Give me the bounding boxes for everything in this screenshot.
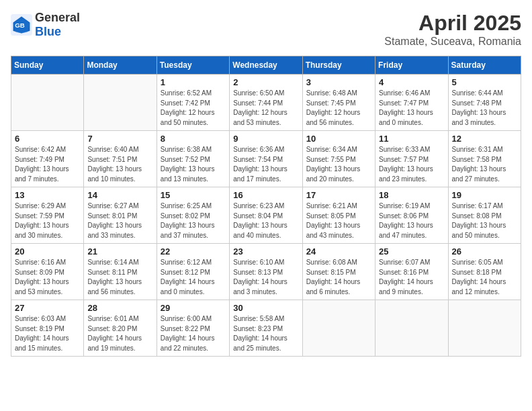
day-number: 23 xyxy=(233,246,298,257)
day-info: Sunrise: 6:42 AM Sunset: 7:49 PM Dayligh… xyxy=(15,145,80,184)
day-info: Sunrise: 6:48 AM Sunset: 7:45 PM Dayligh… xyxy=(306,89,371,128)
day-cell xyxy=(302,300,375,357)
day-number: 21 xyxy=(87,246,152,257)
day-number: 14 xyxy=(87,190,152,200)
weekday-tuesday: Tuesday xyxy=(157,56,229,75)
day-info: Sunrise: 6:23 AM Sunset: 8:04 PM Dayligh… xyxy=(233,201,298,240)
weekday-monday: Monday xyxy=(84,56,157,75)
day-number: 3 xyxy=(306,77,371,87)
day-cell: 18Sunrise: 6:19 AM Sunset: 8:06 PM Dayli… xyxy=(375,187,448,244)
day-info: Sunrise: 6:07 AM Sunset: 8:16 PM Dayligh… xyxy=(379,258,444,297)
day-number: 22 xyxy=(161,246,226,257)
logo-blue: Blue xyxy=(35,25,61,38)
day-number: 11 xyxy=(379,134,444,144)
day-cell: 6Sunrise: 6:42 AM Sunset: 7:49 PM Daylig… xyxy=(11,131,84,187)
day-cell: 29Sunrise: 6:00 AM Sunset: 8:22 PM Dayli… xyxy=(157,300,229,357)
title-area: April 2025 Stamate, Suceava, Romania xyxy=(384,11,521,48)
day-number: 9 xyxy=(233,134,298,144)
day-number: 17 xyxy=(306,190,371,200)
weekday-sunday: Sunday xyxy=(11,56,84,75)
day-info: Sunrise: 6:25 AM Sunset: 8:02 PM Dayligh… xyxy=(161,201,226,240)
day-number: 18 xyxy=(379,190,444,200)
day-cell: 26Sunrise: 6:05 AM Sunset: 8:18 PM Dayli… xyxy=(448,244,521,300)
day-number: 20 xyxy=(15,246,80,257)
day-number: 10 xyxy=(306,134,371,144)
day-number: 19 xyxy=(452,190,517,200)
day-number: 26 xyxy=(452,246,517,257)
day-cell xyxy=(448,300,521,357)
day-number: 25 xyxy=(379,246,444,257)
day-info: Sunrise: 6:34 AM Sunset: 7:55 PM Dayligh… xyxy=(306,145,371,184)
day-cell: 3Sunrise: 6:48 AM Sunset: 7:45 PM Daylig… xyxy=(302,75,375,131)
day-info: Sunrise: 6:17 AM Sunset: 8:08 PM Dayligh… xyxy=(452,201,517,240)
day-cell: 14Sunrise: 6:27 AM Sunset: 8:01 PM Dayli… xyxy=(84,187,157,244)
day-info: Sunrise: 6:12 AM Sunset: 8:12 PM Dayligh… xyxy=(161,258,226,297)
day-info: Sunrise: 6:50 AM Sunset: 7:44 PM Dayligh… xyxy=(233,89,298,128)
day-info: Sunrise: 6:29 AM Sunset: 7:59 PM Dayligh… xyxy=(15,201,80,240)
location-title: Stamate, Suceava, Romania xyxy=(384,36,521,48)
day-cell: 24Sunrise: 6:08 AM Sunset: 8:15 PM Dayli… xyxy=(302,244,375,300)
day-number: 24 xyxy=(306,246,371,257)
week-row-1: 1Sunrise: 6:52 AM Sunset: 7:42 PM Daylig… xyxy=(11,75,521,131)
calendar-body: 1Sunrise: 6:52 AM Sunset: 7:42 PM Daylig… xyxy=(11,75,521,357)
weekday-friday: Friday xyxy=(375,56,448,75)
logo: GB General Blue xyxy=(11,11,80,39)
day-number: 28 xyxy=(87,303,152,313)
day-cell: 10Sunrise: 6:34 AM Sunset: 7:55 PM Dayli… xyxy=(302,131,375,187)
day-number: 12 xyxy=(452,134,517,144)
day-info: Sunrise: 6:10 AM Sunset: 8:13 PM Dayligh… xyxy=(233,258,298,297)
week-row-3: 13Sunrise: 6:29 AM Sunset: 7:59 PM Dayli… xyxy=(11,187,521,244)
day-number: 15 xyxy=(161,190,226,200)
day-cell: 15Sunrise: 6:25 AM Sunset: 8:02 PM Dayli… xyxy=(157,187,229,244)
day-info: Sunrise: 6:27 AM Sunset: 8:01 PM Dayligh… xyxy=(87,201,152,240)
day-cell: 2Sunrise: 6:50 AM Sunset: 7:44 PM Daylig… xyxy=(230,75,302,131)
day-cell: 17Sunrise: 6:21 AM Sunset: 8:05 PM Dayli… xyxy=(302,187,375,244)
day-number: 1 xyxy=(161,77,226,87)
generalblue-logo-icon: GB xyxy=(11,14,32,36)
day-info: Sunrise: 5:58 AM Sunset: 8:23 PM Dayligh… xyxy=(233,314,298,353)
day-cell: 25Sunrise: 6:07 AM Sunset: 8:16 PM Dayli… xyxy=(375,244,448,300)
day-info: Sunrise: 6:44 AM Sunset: 7:48 PM Dayligh… xyxy=(452,89,517,128)
week-row-5: 27Sunrise: 6:03 AM Sunset: 8:19 PM Dayli… xyxy=(11,300,521,357)
svg-text:GB: GB xyxy=(15,21,25,29)
day-cell: 23Sunrise: 6:10 AM Sunset: 8:13 PM Dayli… xyxy=(230,244,302,300)
day-cell: 1Sunrise: 6:52 AM Sunset: 7:42 PM Daylig… xyxy=(157,75,229,131)
day-info: Sunrise: 6:38 AM Sunset: 7:52 PM Dayligh… xyxy=(161,145,226,184)
day-info: Sunrise: 6:03 AM Sunset: 8:19 PM Dayligh… xyxy=(15,314,80,353)
day-number: 2 xyxy=(233,77,298,87)
day-info: Sunrise: 6:52 AM Sunset: 7:42 PM Dayligh… xyxy=(161,89,226,128)
day-info: Sunrise: 6:33 AM Sunset: 7:57 PM Dayligh… xyxy=(379,145,444,184)
day-cell: 5Sunrise: 6:44 AM Sunset: 7:48 PM Daylig… xyxy=(448,75,521,131)
day-cell xyxy=(375,300,448,357)
day-info: Sunrise: 6:14 AM Sunset: 8:11 PM Dayligh… xyxy=(87,258,152,297)
day-number: 6 xyxy=(15,134,80,144)
day-number: 29 xyxy=(161,303,226,313)
day-number: 27 xyxy=(15,303,80,313)
day-number: 4 xyxy=(379,77,444,87)
weekday-thursday: Thursday xyxy=(302,56,375,75)
day-cell: 20Sunrise: 6:16 AM Sunset: 8:09 PM Dayli… xyxy=(11,244,84,300)
logo-text: General Blue xyxy=(35,11,80,39)
day-cell: 28Sunrise: 6:01 AM Sunset: 8:20 PM Dayli… xyxy=(84,300,157,357)
day-cell: 19Sunrise: 6:17 AM Sunset: 8:08 PM Dayli… xyxy=(448,187,521,244)
week-row-4: 20Sunrise: 6:16 AM Sunset: 8:09 PM Dayli… xyxy=(11,244,521,300)
header: GB General Blue April 2025 Stamate, Suce… xyxy=(11,11,521,48)
day-info: Sunrise: 6:31 AM Sunset: 7:58 PM Dayligh… xyxy=(452,145,517,184)
month-title: April 2025 xyxy=(384,11,521,36)
day-info: Sunrise: 6:01 AM Sunset: 8:20 PM Dayligh… xyxy=(87,314,152,353)
day-cell: 21Sunrise: 6:14 AM Sunset: 8:11 PM Dayli… xyxy=(84,244,157,300)
day-info: Sunrise: 6:40 AM Sunset: 7:51 PM Dayligh… xyxy=(87,145,152,184)
day-cell: 22Sunrise: 6:12 AM Sunset: 8:12 PM Dayli… xyxy=(157,244,229,300)
day-cell: 8Sunrise: 6:38 AM Sunset: 7:52 PM Daylig… xyxy=(157,131,229,187)
day-info: Sunrise: 6:46 AM Sunset: 7:47 PM Dayligh… xyxy=(379,89,444,128)
day-cell: 4Sunrise: 6:46 AM Sunset: 7:47 PM Daylig… xyxy=(375,75,448,131)
day-info: Sunrise: 6:16 AM Sunset: 8:09 PM Dayligh… xyxy=(15,258,80,297)
day-number: 5 xyxy=(452,77,517,87)
day-number: 16 xyxy=(233,190,298,200)
day-number: 13 xyxy=(15,190,80,200)
day-info: Sunrise: 6:36 AM Sunset: 7:54 PM Dayligh… xyxy=(233,145,298,184)
day-cell: 7Sunrise: 6:40 AM Sunset: 7:51 PM Daylig… xyxy=(84,131,157,187)
calendar-table: SundayMondayTuesdayWednesdayThursdayFrid… xyxy=(11,56,521,357)
weekday-saturday: Saturday xyxy=(448,56,521,75)
day-info: Sunrise: 6:00 AM Sunset: 8:22 PM Dayligh… xyxy=(161,314,226,353)
